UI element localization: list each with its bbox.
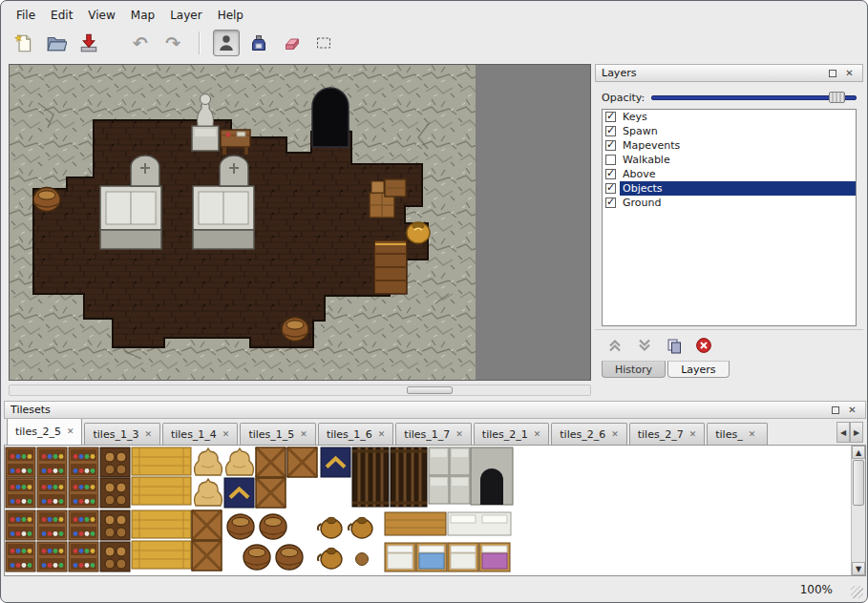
- tab-close-icon[interactable]: ✕: [689, 430, 697, 439]
- layer-row-objects[interactable]: ✓ Objects: [603, 181, 856, 196]
- layer-checkbox[interactable]: ✓: [605, 140, 616, 151]
- layers-float-button[interactable]: [825, 67, 839, 80]
- tileset-tab-tiles_2_5[interactable]: tiles_2_5✕: [7, 419, 82, 445]
- tab-label: tiles_2_6: [560, 428, 605, 441]
- check-icon: ✓: [606, 196, 615, 208]
- layer-row-above[interactable]: ✓ Above: [603, 167, 856, 181]
- tileset-vscroll-thumb[interactable]: [853, 460, 864, 506]
- tab-close-icon[interactable]: ✕: [749, 430, 756, 439]
- close-icon: ✕: [845, 69, 853, 78]
- layer-checkbox[interactable]: ✓: [605, 198, 616, 208]
- tab-layers[interactable]: Layers: [667, 361, 729, 378]
- tileset-tab-tiles_1_5[interactable]: tiles_1_5✕: [240, 423, 315, 445]
- save-icon: [78, 32, 99, 53]
- chevrons-up-icon: [606, 337, 624, 354]
- tileset-canvas[interactable]: ▲ ▼: [4, 446, 866, 576]
- layer-delete-button[interactable]: [693, 335, 714, 356]
- layer-raise-button[interactable]: [604, 335, 625, 356]
- new-map-button[interactable]: [11, 30, 37, 56]
- tileset-tab-tiles_2_6[interactable]: tiles_2_6✕: [551, 423, 626, 445]
- map-horizontal-scrollbar[interactable]: [9, 385, 591, 396]
- redo-button[interactable]: ↷: [159, 30, 186, 56]
- tab-history[interactable]: History: [602, 361, 666, 378]
- save-map-button[interactable]: [75, 30, 102, 56]
- menu-help[interactable]: Help: [210, 7, 251, 24]
- tileset-tab-tiles_1_4[interactable]: tiles_1_4✕: [162, 423, 238, 445]
- layer-row-keys[interactable]: ✓ Keys: [603, 110, 856, 124]
- tab-scroll-left-button[interactable]: ◀: [836, 422, 850, 443]
- select-tool-button[interactable]: [310, 30, 337, 56]
- tileset-tab-tiles_2_7[interactable]: tiles_2_7✕: [629, 423, 705, 445]
- layer-duplicate-button[interactable]: [664, 335, 685, 356]
- opacity-row: Opacity:: [602, 91, 857, 104]
- tileset-tab-tiles_1_7[interactable]: tiles_1_7✕: [395, 423, 471, 445]
- layer-checkbox[interactable]: ✓: [605, 169, 616, 179]
- menu-map[interactable]: Map: [123, 7, 162, 24]
- tilesets-float-button[interactable]: [828, 404, 842, 417]
- selection-rectangle-icon: [314, 33, 333, 52]
- fill-tool-button[interactable]: [245, 30, 272, 56]
- scroll-down-button[interactable]: ▼: [852, 562, 865, 575]
- player-tool-button[interactable]: [213, 30, 240, 56]
- tab-close-icon[interactable]: ✕: [455, 430, 463, 439]
- tab-scroll-buttons: ◀ ▶: [836, 422, 863, 443]
- tileset-tab-tiles_2_1[interactable]: tiles_2_1✕: [474, 423, 549, 445]
- layer-checkbox[interactable]: ✓: [605, 126, 616, 136]
- tab-close-icon[interactable]: ✕: [67, 427, 74, 436]
- toolbar-separator: [199, 31, 201, 54]
- layer-row-walkable[interactable]: ✓ Walkable: [603, 153, 856, 167]
- opacity-slider[interactable]: [651, 91, 857, 104]
- open-folder-icon: [46, 32, 67, 53]
- open-map-button[interactable]: [43, 30, 70, 56]
- map-canvas[interactable]: [9, 64, 591, 381]
- tab-close-icon[interactable]: ✕: [534, 430, 541, 439]
- app-window: File Edit View Map Layer Help: [0, 0, 868, 603]
- tab-close-icon[interactable]: ✕: [222, 430, 230, 439]
- layer-lower-button[interactable]: [634, 335, 655, 356]
- layer-checkbox[interactable]: ✓: [605, 112, 616, 122]
- map-hscroll-thumb[interactable]: [407, 386, 453, 394]
- menu-file[interactable]: File: [9, 7, 43, 24]
- layers-toolbar: [595, 329, 863, 360]
- tab-close-icon[interactable]: ✕: [611, 430, 619, 439]
- opacity-slider-track[interactable]: [651, 95, 857, 100]
- eraser-icon: [282, 33, 301, 52]
- tab-label: tiles_: [715, 428, 742, 441]
- float-icon: [829, 70, 836, 77]
- scroll-up-button[interactable]: ▲: [852, 446, 865, 459]
- arrow-down-icon: ▼: [856, 565, 861, 573]
- layer-checkbox[interactable]: ✓: [605, 183, 616, 194]
- layer-row-ground[interactable]: ✓ Ground: [603, 196, 856, 210]
- tab-label: tiles_2_5: [15, 426, 61, 438]
- layers-close-button[interactable]: ✕: [842, 67, 857, 80]
- menu-bar: File Edit View Map Layer Help: [1, 1, 867, 26]
- tab-label: tiles_1_6: [327, 428, 372, 441]
- opacity-slider-handle[interactable]: [829, 92, 845, 103]
- tab-close-icon[interactable]: ✕: [144, 430, 152, 439]
- layers-list: ✓ Keys ✓ Spawn ✓ Mapevents ✓ Walkable ✓ …: [602, 109, 857, 326]
- layer-row-spawn[interactable]: ✓ Spawn: [603, 124, 856, 138]
- resize-grip[interactable]: [851, 586, 863, 598]
- tileset-tab-tiles_1_3[interactable]: tiles_1_3✕: [84, 423, 159, 445]
- tileset-vertical-scrollbar[interactable]: ▲ ▼: [851, 446, 865, 575]
- opacity-label: Opacity:: [602, 92, 645, 104]
- eraser-tool-button[interactable]: [278, 30, 305, 56]
- layer-checkbox[interactable]: ✓: [605, 155, 616, 165]
- tileset-tab-tiles_1_6[interactable]: tiles_1_6✕: [318, 423, 393, 445]
- tab-scroll-right-button[interactable]: ▶: [850, 422, 863, 443]
- tab-close-icon[interactable]: ✕: [378, 430, 386, 439]
- menu-view[interactable]: View: [80, 7, 122, 24]
- menu-layer[interactable]: Layer: [162, 7, 209, 24]
- layers-panel-title: Layers: [602, 67, 822, 79]
- tilesets-close-button[interactable]: ✕: [845, 404, 859, 417]
- layer-label: Objects: [623, 182, 663, 195]
- layer-row-mapevents[interactable]: ✓ Mapevents: [603, 138, 856, 153]
- arrow-up-icon: ▲: [856, 448, 861, 457]
- tileset-tab-truncated[interactable]: tiles_✕: [707, 423, 768, 445]
- tab-close-icon[interactable]: ✕: [300, 430, 307, 439]
- undo-button[interactable]: ↶: [127, 30, 154, 56]
- main-toolbar: ↶ ↷: [1, 26, 867, 60]
- tilesets-titlebar: Tilesets ✕: [4, 401, 866, 419]
- check-icon: ✓: [606, 138, 615, 151]
- menu-edit[interactable]: Edit: [43, 7, 80, 24]
